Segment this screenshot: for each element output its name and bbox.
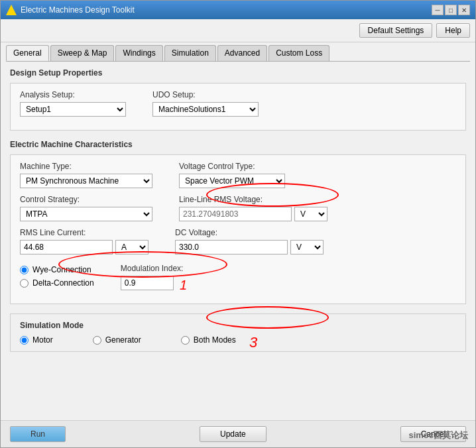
motor-item[interactable]: Motor [20,335,53,345]
help-button[interactable]: Help [436,23,470,38]
control-strategy-group: Control Strategy: MTPA [20,195,152,221]
wye-connection-radio[interactable] [20,266,29,274]
line-line-voltage-input[interactable] [179,207,292,221]
rms-current-label: RMS Line Current: [20,228,149,237]
dc-voltage-row: V [175,240,324,254]
voltage-control-group: Voltage Control Type: Space Vector PWM [179,162,285,188]
control-strategy-select[interactable]: MTPA [20,207,152,221]
connection-radio-group: Wye-Connection Delta-Connection [20,265,94,288]
simulation-mode-box: Simulation Mode Motor Generator Both Mod… [10,313,466,352]
title-bar: Electric Machines Design Toolkit ─ □ ✕ [1,1,475,19]
cancel-button[interactable]: Cancel [400,426,466,442]
generator-label: Generator [105,335,141,345]
motor-radio[interactable] [20,336,29,345]
close-button[interactable]: ✕ [458,5,470,15]
footer: Run Update Cancel [1,420,475,447]
main-window: Electric Machines Design Toolkit ─ □ ✕ D… [0,0,476,448]
generator-radio[interactable] [93,336,101,345]
line-line-voltage-group: Line-Line RMS Voltage: V [179,195,327,221]
modulation-group: Modulation Index: [121,264,184,290]
delta-connection-item[interactable]: Delta-Connection [20,278,94,288]
update-button[interactable]: Update [200,426,267,442]
wye-connection-label: Wye-Connection [32,265,91,274]
modulation-input[interactable] [121,276,174,290]
line-line-voltage-unit[interactable]: V [294,207,327,221]
both-modes-item[interactable]: Both Modes [181,335,236,345]
delta-connection-radio[interactable] [20,279,29,288]
machine-row-3: RMS Line Current: A DC Voltage: [20,228,456,254]
control-strategy-label: Control Strategy: [20,195,152,204]
maximize-button[interactable]: □ [445,5,457,15]
tab-advanced[interactable]: Advanced [217,45,267,61]
design-setup-section: Design Setup Properties Analysis Setup: … [10,68,466,131]
motor-label: Motor [32,335,53,345]
tab-custom-loss[interactable]: Custom Loss [268,45,329,61]
voltage-control-select[interactable]: Space Vector PWM [179,174,285,188]
design-setup-row: Analysis Setup: Setup1 UDO Setup: Machin… [20,90,456,117]
run-button[interactable]: Run [10,426,66,442]
window-title: Electric Machines Design Toolkit [21,5,135,15]
machine-row-2: Control Strategy: MTPA Line-Line RMS Vol… [20,195,456,221]
udo-setup-select[interactable]: MachineSolutions1 [152,102,259,117]
tabs-container: General Sweep & Map Windings Simulation … [1,42,475,61]
both-modes-radio[interactable] [181,336,190,345]
rms-current-input[interactable] [20,240,113,254]
design-setup-box: Analysis Setup: Setup1 UDO Setup: Machin… [10,83,466,131]
title-bar-left: Electric Machines Design Toolkit [6,5,135,15]
tab-windings[interactable]: Windings [115,45,162,61]
voltage-control-label: Voltage Control Type: [179,162,285,171]
udo-setup-group: UDO Setup: MachineSolutions1 [152,90,259,117]
tab-sweep-map[interactable]: Sweep & Map [50,45,115,61]
dc-voltage-input[interactable] [175,240,288,254]
machine-type-label: Machine Type: [20,162,152,171]
analysis-setup-group: Analysis Setup: Setup1 [20,90,126,117]
dc-voltage-unit[interactable]: V [290,240,324,254]
machine-row-1: Machine Type: PM Synchronous Machine Vol… [20,162,456,188]
machine-row-4: Wye-Connection Delta-Connection Modulati… [20,261,456,290]
sim-mode-radio-row: Motor Generator Both Modes [20,335,456,345]
line-line-voltage-label: Line-Line RMS Voltage: [179,195,327,204]
dc-voltage-group: DC Voltage: V [175,228,324,254]
rms-current-unit[interactable]: A [115,240,149,254]
rms-current-group: RMS Line Current: A [20,228,149,254]
generator-item[interactable]: Generator [93,335,141,345]
tab-simulation[interactable]: Simulation [164,45,216,61]
minimize-button[interactable]: ─ [432,5,444,15]
toolbar: Default Settings Help [1,19,475,42]
line-line-voltage-row: V [179,207,327,221]
main-content: Design Setup Properties Analysis Setup: … [1,62,475,420]
electric-machine-box: Machine Type: PM Synchronous Machine Vol… [10,154,466,304]
default-settings-button[interactable]: Default Settings [359,23,433,38]
machine-type-select[interactable]: PM Synchronous Machine [20,174,152,188]
modulation-label: Modulation Index: [121,264,184,273]
udo-setup-label: UDO Setup: [152,90,259,99]
electric-machine-section: Electric Machine Characteristics Machine… [10,140,466,304]
wye-connection-item[interactable]: Wye-Connection [20,265,94,274]
machine-type-group: Machine Type: PM Synchronous Machine [20,162,152,188]
dc-voltage-label: DC Voltage: [175,228,324,237]
rms-current-row: A [20,240,149,254]
both-modes-label: Both Modes [194,335,236,345]
analysis-setup-select[interactable]: Setup1 [20,102,126,117]
connection-group: Wye-Connection Delta-Connection [20,261,94,288]
design-setup-title: Design Setup Properties [10,68,466,78]
tab-general[interactable]: General [6,45,49,61]
delta-connection-label: Delta-Connection [32,278,94,288]
window-controls[interactable]: ─ □ ✕ [432,5,470,15]
analysis-setup-label: Analysis Setup: [20,90,126,99]
simulation-mode-section: Simulation Mode Motor Generator Both Mod… [10,313,466,352]
app-icon [6,5,17,15]
simulation-mode-title: Simulation Mode [20,321,456,330]
electric-machine-title: Electric Machine Characteristics [10,140,466,149]
